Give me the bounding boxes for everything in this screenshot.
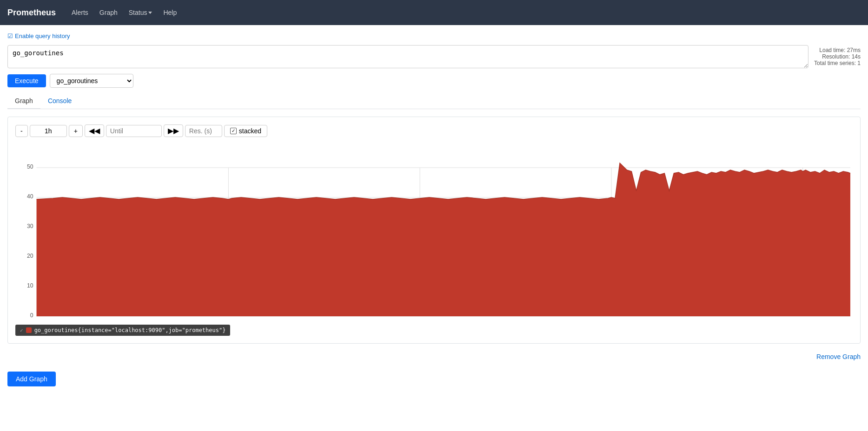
until-input[interactable] <box>106 125 162 137</box>
svg-text:30: 30 <box>27 223 33 229</box>
svg-text:02:30: 02:30 <box>413 320 427 321</box>
controls-row: Execute go_goroutines <box>7 74 861 88</box>
svg-text:0: 0 <box>30 312 33 319</box>
chart-legend: ✓ go_goroutines{instance="localhost:9090… <box>15 325 230 336</box>
stacked-button[interactable]: ✓ stacked <box>224 125 267 137</box>
remove-graph-link[interactable]: Remove Graph <box>816 353 861 360</box>
svg-text:40: 40 <box>27 193 33 200</box>
main-content: ☑ Enable query history go_goroutines Loa… <box>0 25 868 394</box>
total-series: Total time series: 1 <box>814 60 861 66</box>
svg-text:03:00: 03:00 <box>796 320 810 321</box>
graph-panel: - + ◀◀ ▶▶ ✓ stacked 0 10 20 30 40 50 <box>7 117 861 344</box>
add-graph-button[interactable]: Add Graph <box>7 372 56 386</box>
svg-text:20: 20 <box>27 253 33 259</box>
query-info: Load time: 27ms Resolution: 14s Total ti… <box>814 45 861 66</box>
load-time: Load time: 27ms <box>814 47 861 53</box>
legend-color-swatch <box>26 327 32 333</box>
nav-help[interactable]: Help <box>159 6 181 19</box>
nav-alerts[interactable]: Alerts <box>67 6 93 19</box>
navbar-nav: Alerts Graph Status Help <box>67 6 181 19</box>
nav-graph[interactable]: Graph <box>95 6 122 19</box>
query-area: go_goroutines Load time: 27ms Resolution… <box>7 45 861 68</box>
navbar: Prometheus Alerts Graph Status Help <box>0 0 868 25</box>
legend-label: go_goroutines{instance="localhost:9090",… <box>34 327 226 333</box>
svg-text:10: 10 <box>27 282 33 289</box>
zoom-out-button[interactable]: - <box>15 125 28 137</box>
res-input[interactable] <box>185 125 222 137</box>
tabs: Graph Console <box>7 93 861 109</box>
svg-text:02:15: 02:15 <box>221 320 236 321</box>
chart-container: 0 10 20 30 40 50 02:15 0 <box>15 144 853 321</box>
resolution: Resolution: 14s <box>814 53 861 60</box>
chart-area <box>37 163 850 316</box>
svg-text:02:45: 02:45 <box>604 320 619 321</box>
svg-text:50: 50 <box>27 163 33 170</box>
tab-console[interactable]: Console <box>40 93 79 109</box>
chart-svg: 0 10 20 30 40 50 02:15 0 <box>15 144 853 321</box>
query-history-icon: ☑ <box>7 33 13 39</box>
stacked-label: stacked <box>239 127 261 135</box>
brand-title: Prometheus <box>7 8 56 18</box>
zoom-in-button[interactable]: + <box>69 125 83 137</box>
legend-check-icon: ✓ <box>20 327 23 333</box>
query-input[interactable]: go_goroutines <box>7 45 808 68</box>
nav-status[interactable]: Status <box>124 6 157 19</box>
footer-row: Remove Graph <box>7 349 861 364</box>
metric-select[interactable]: go_goroutines <box>50 74 133 88</box>
enable-query-history-link[interactable]: ☑ Enable query history <box>7 33 861 39</box>
tab-graph[interactable]: Graph <box>7 93 40 109</box>
time-back-button[interactable]: ◀◀ <box>85 124 104 137</box>
query-history-label: Enable query history <box>15 33 70 39</box>
time-controls: - + ◀◀ ▶▶ ✓ stacked <box>15 124 853 137</box>
duration-input[interactable] <box>30 125 67 137</box>
execute-button[interactable]: Execute <box>7 74 46 87</box>
stacked-checkbox-icon: ✓ <box>230 128 237 134</box>
time-forward-button[interactable]: ▶▶ <box>164 124 183 137</box>
status-dropdown-icon <box>148 12 152 14</box>
